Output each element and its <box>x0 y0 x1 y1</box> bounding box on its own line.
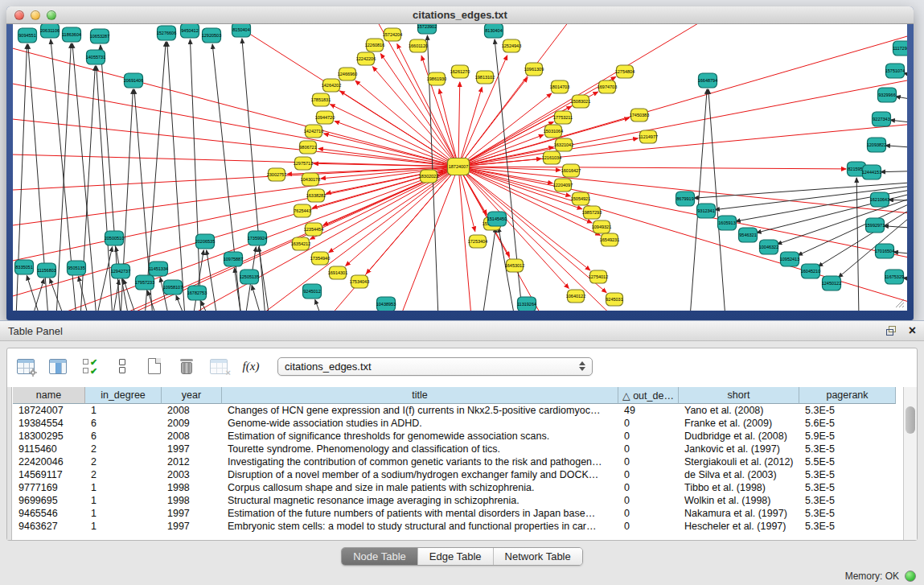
table-cell-short[interactable]: Nakamura et al. (1997) <box>679 507 799 520</box>
graph-node[interactable]: 8130404 <box>485 24 503 38</box>
graph-node[interactable]: 19813102 <box>475 71 495 84</box>
graph-node[interactable]: 12450122 <box>822 276 841 290</box>
graph-node[interactable]: 10949321 <box>592 220 611 233</box>
table-cell-pagerank[interactable]: 5.9E-5 <box>799 430 896 443</box>
table-cell-title[interactable]: Tourette syndrome. Phenomenology and cla… <box>222 443 618 455</box>
table-cell-out_degree[interactable]: 0 <box>618 468 679 481</box>
graph-node[interactable]: 9094551 <box>18 28 37 43</box>
table-row[interactable]: 1872400712008Changes of HCN gene express… <box>13 404 902 417</box>
column-header-in_degree[interactable]: in_degree <box>85 387 162 404</box>
graph-node[interactable]: 9546321 <box>739 228 758 242</box>
graph-node[interactable]: 17359924 <box>248 231 267 245</box>
graph-node[interactable]: 9245012 <box>303 284 322 299</box>
table-row[interactable]: 1456911722003Disruption of a novel membe… <box>13 468 902 481</box>
table-cell-in_degree[interactable]: 2 <box>85 468 162 481</box>
graph-node[interactable]: 9806721 <box>299 141 316 154</box>
graph-node[interactable]: 15751074 <box>885 64 905 78</box>
graph-node[interactable]: 12444151 <box>862 165 881 179</box>
graph-node[interactable]: 10952413 <box>780 252 799 266</box>
graph-node[interactable]: 12754012 <box>589 270 608 283</box>
table-cell-year[interactable]: 1998 <box>162 481 222 494</box>
table-cell-short[interactable]: Franke et al. (2009) <box>679 417 799 430</box>
table-cell-in_degree[interactable]: 2 <box>85 455 162 468</box>
column-header-out_degree[interactable]: △ out_de… <box>618 387 679 404</box>
graph-node[interactable]: 10961309 <box>524 63 544 76</box>
graph-node[interactable]: 15276606 <box>157 26 176 40</box>
graph-node[interactable]: 19861930 <box>427 72 446 85</box>
table-cell-out_degree[interactable]: 0 <box>618 455 679 468</box>
table-row[interactable]: 2242004622012Investigating the contribut… <box>13 455 902 468</box>
graph-node[interactable]: 16648794 <box>698 73 717 88</box>
table-cell-short[interactable]: Yano et al. (2008) <box>679 404 799 417</box>
table-cell-pagerank[interactable]: 5.3E-5 <box>799 468 896 481</box>
graph-node[interactable]: 20691406 <box>124 73 143 88</box>
tab-edge-table[interactable]: Edge Table <box>418 548 494 565</box>
table-cell-year[interactable]: 2012 <box>162 455 222 468</box>
tab-node-table[interactable]: Node Table <box>342 548 418 565</box>
table-select-dropdown[interactable]: citations_edges.txt <box>277 357 593 376</box>
graph-node[interactable]: 17253404 <box>468 235 487 248</box>
table-cell-name[interactable]: 9777169 <box>13 481 85 494</box>
select-rows-button[interactable]: ✔ ✔ <box>80 356 101 377</box>
window-titlebar[interactable]: citations_edges.txt <box>6 6 914 24</box>
table-cell-in_degree[interactable]: 2 <box>85 443 162 455</box>
graph-node[interactable]: 15723902 <box>417 24 437 34</box>
graph-node[interactable]: 15083021 <box>571 95 590 108</box>
graph-node[interactable]: 12204097 <box>553 179 573 192</box>
table-cell-short[interactable]: Hescheler et al. (1997) <box>679 520 799 533</box>
graph-node[interactable]: 9245031 <box>606 293 622 306</box>
graph-node[interactable]: 18014703 <box>550 80 569 93</box>
column-settings-button[interactable] <box>15 356 36 377</box>
column-header-title[interactable]: title <box>222 387 618 404</box>
table-row[interactable]: 977716911998Corpus callosum shape and si… <box>13 481 902 494</box>
table-cell-pagerank[interactable]: 5.3E-5 <box>799 481 896 494</box>
graph-node[interactable]: 12354454 <box>304 223 323 236</box>
graph-node[interactable]: 9329966 <box>878 88 897 102</box>
table-row[interactable]: 1830029562008Estimation of significance … <box>13 430 902 443</box>
graph-node[interactable]: 11451334 <box>149 262 168 276</box>
table-cell-name[interactable]: 9699695 <box>13 494 85 507</box>
graph-node[interactable]: 16045210 <box>801 264 820 278</box>
graph-node[interactable]: 15724204 <box>383 28 402 41</box>
delete-column-button[interactable] <box>176 356 197 377</box>
table-cell-in_degree[interactable]: 1 <box>85 520 162 533</box>
table-cell-year[interactable]: 2003 <box>162 468 222 481</box>
table-cell-title[interactable]: Investigating the contribution of common… <box>222 455 618 468</box>
table-cell-out_degree[interactable]: 0 <box>618 481 679 494</box>
graph-node[interactable]: 10653287 <box>90 29 109 43</box>
graph-node[interactable]: 12161034 <box>542 151 561 164</box>
graph-node[interactable]: 10438953 <box>376 297 396 311</box>
graph-node[interactable]: 10958107 <box>163 280 183 295</box>
table-row[interactable]: 969969511998Structural magnetic resonanc… <box>13 494 902 507</box>
graph-node[interactable]: 20500510 <box>105 231 124 245</box>
graph-node[interactable]: 16354212 <box>291 237 310 250</box>
graph-node[interactable]: 20631106 <box>40 24 60 38</box>
graph-node[interactable]: 17957233 <box>135 275 154 290</box>
graph-node[interactable]: 18302022 <box>419 170 438 183</box>
table-cell-pagerank[interactable]: 5.3E-5 <box>799 494 896 507</box>
graph-node[interactable]: 23002757 <box>267 168 286 181</box>
graph-node[interactable]: 12505135 <box>240 270 259 284</box>
graph-node[interactable]: 11156803 <box>37 263 56 278</box>
graph-node[interactable]: 16321042 <box>554 138 573 151</box>
network-canvas[interactable]: 1246696014264202178518311094472014242710… <box>13 24 907 311</box>
graph-node[interactable]: 12524943 <box>502 39 521 52</box>
table-cell-out_degree[interactable]: 0 <box>618 507 679 520</box>
table-cell-name[interactable]: 9115460 <box>13 443 85 455</box>
graph-node[interactable]: 11319264 <box>517 297 536 311</box>
graph-node[interactable]: 16601120 <box>409 39 428 52</box>
graph-node[interactable]: 11172903 <box>893 41 907 56</box>
graph-node[interactable]: 17534043 <box>350 275 369 288</box>
table-cell-name[interactable]: 14569117 <box>13 468 85 481</box>
table-cell-pagerank[interactable]: 5.5E-5 <box>799 455 896 468</box>
table-cell-in_degree[interactable]: 1 <box>85 481 162 494</box>
table-cell-name[interactable]: 18724007 <box>13 404 85 417</box>
table-cell-in_degree[interactable]: 1 <box>85 494 162 507</box>
graph-node[interactable]: 7625443 <box>294 204 310 217</box>
table-cell-title[interactable]: Estimation of significance thresholds fo… <box>222 430 618 443</box>
graph-node[interactable]: 12242206 <box>356 52 376 65</box>
graph-node[interactable]: 12942737 <box>111 264 130 278</box>
graph-node[interactable]: 16261270 <box>450 65 470 78</box>
graph-node[interactable]: 16338282 <box>306 189 326 202</box>
graph-node[interactable]: 16016427 <box>561 164 581 177</box>
